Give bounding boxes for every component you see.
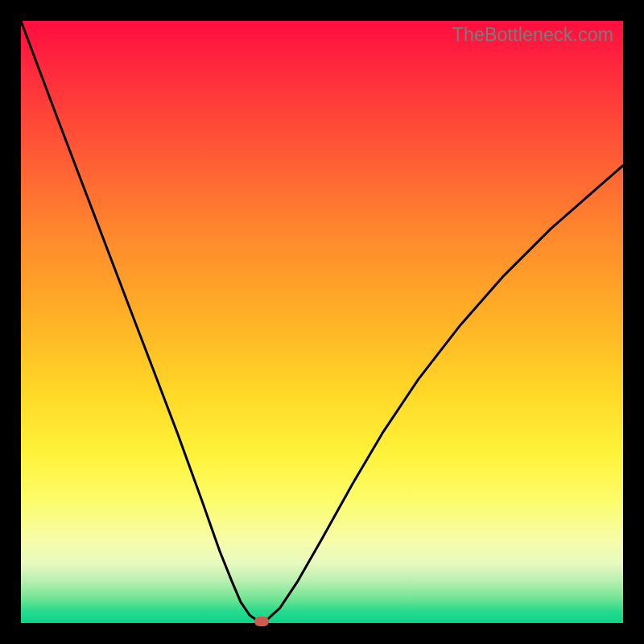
- curve-path: [21, 21, 623, 621]
- chart-frame: TheBottleneck.com: [0, 0, 644, 644]
- plot-area: TheBottleneck.com: [21, 21, 623, 623]
- optimal-point-marker: [254, 617, 269, 626]
- bottleneck-curve: [21, 21, 623, 623]
